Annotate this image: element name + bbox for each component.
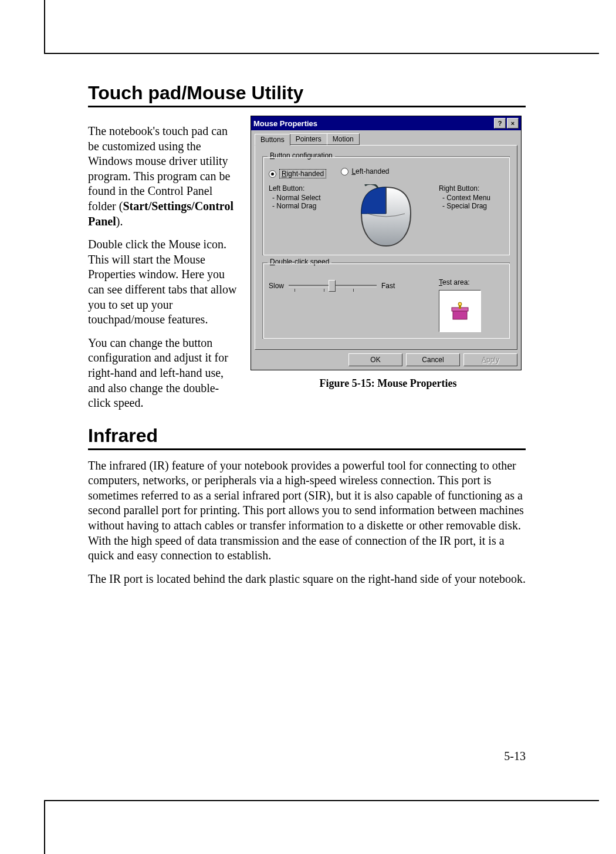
radio-dot-selected-icon — [269, 170, 276, 178]
radio-right-accel: R — [282, 170, 287, 178]
right-button-hdr: Right Button: — [439, 184, 503, 193]
apply-rest: pply — [486, 356, 499, 364]
radio-left-label: Left-handed — [351, 167, 389, 175]
radio-left-handed[interactable]: Left-handed — [341, 167, 389, 175]
crop-mark-top-h — [44, 53, 599, 54]
group-double-click-speed: Double-click speed Slow — [262, 262, 510, 339]
left-button-item-2: - Normal Drag — [272, 202, 333, 210]
dialog-button-row: OK Cancel Apply — [251, 353, 517, 366]
dialog-title: Mouse Properties — [253, 119, 317, 128]
slider-label-fast: Fast — [381, 282, 395, 290]
mouse-icon — [351, 184, 421, 249]
ok-button[interactable]: OK — [348, 353, 402, 366]
crop-mark-bottom-h — [44, 800, 599, 801]
test-area: Test area: — [439, 278, 503, 332]
slider-thumb[interactable] — [329, 280, 336, 292]
figure-caption: Figure 5-15: Mouse Properties — [251, 377, 526, 390]
group-label-button-config: Button configuration — [268, 151, 335, 160]
test-area-box[interactable] — [439, 290, 481, 332]
page-number: 5-13 — [504, 750, 526, 763]
mouse-properties-dialog: Mouse Properties ? × Buttons Pointers Mo… — [251, 116, 522, 370]
slider-track[interactable] — [289, 278, 377, 293]
tab-buttons[interactable]: Buttons — [255, 134, 290, 146]
test-area-label: Test area: — [439, 278, 503, 286]
radio-right-label: Right-handed — [279, 169, 326, 178]
touchpad-p1-c: ). — [116, 215, 123, 228]
apply-accel: A — [482, 356, 486, 364]
left-button-item-1: - Normal Select — [272, 194, 333, 202]
touchpad-para-1: The notebook's touch pad can be customiz… — [88, 124, 238, 229]
group-label-rest: utton configuration — [275, 151, 333, 160]
infrared-para-2: The IR port is located behind the dark p… — [88, 572, 526, 587]
svg-point-4 — [458, 302, 462, 306]
dialog-titlebar[interactable]: Mouse Properties ? × — [251, 116, 521, 130]
crop-mark-top-v — [44, 0, 45, 54]
touchpad-para-3: You can change the button configuration … — [88, 336, 238, 411]
crop-mark-bottom-v — [44, 800, 45, 854]
tab-motion[interactable]: Motion — [327, 133, 360, 145]
group-speed-accel: D — [270, 258, 275, 266]
right-button-description: Right Button: - Context Menu - Special D… — [439, 184, 503, 210]
jack-in-box-icon — [448, 299, 472, 323]
left-button-description: Left Button: - Normal Select - Normal Dr… — [269, 184, 333, 210]
tab-strip: Buttons Pointers Motion — [255, 133, 517, 145]
apply-button: Apply — [463, 353, 517, 366]
radio-dot-unselected-icon — [341, 168, 348, 175]
help-icon: ? — [498, 120, 502, 127]
heading-infrared: Infrared — [88, 425, 526, 450]
group-button-configuration: Button configuration Right-handed Left-h… — [262, 156, 510, 255]
infrared-para-1: The infrared (IR) feature of your notebo… — [88, 458, 526, 563]
touchpad-para-2: Double click the Mouse icon. This will s… — [88, 237, 238, 328]
group-speed-rest: ouble-click speed — [275, 258, 330, 266]
mouse-illustration — [345, 184, 427, 249]
cancel-button[interactable]: Cancel — [406, 353, 460, 366]
radio-right-handed[interactable]: Right-handed — [269, 169, 326, 178]
left-button-hdr: Left Button: — [269, 184, 333, 193]
test-area-rest: est area: — [442, 278, 470, 286]
heading-touchpad: Touch pad/Mouse Utility — [88, 82, 526, 107]
group-label-accel: B — [270, 151, 275, 160]
radio-left-rest: eft-handed — [356, 167, 389, 175]
double-click-speed-slider[interactable]: Slow Fast — [269, 278, 395, 293]
right-button-item-2: - Special Drag — [442, 202, 503, 210]
slider-label-slow: Slow — [269, 282, 284, 290]
radio-right-rest: ight-handed — [287, 170, 324, 178]
close-icon: × — [511, 120, 515, 127]
close-button[interactable]: × — [507, 118, 519, 129]
tab-pointers[interactable]: Pointers — [290, 133, 327, 145]
group-label-speed: Double-click speed — [268, 258, 331, 266]
right-button-item-1: - Context Menu — [442, 194, 503, 202]
help-button[interactable]: ? — [494, 118, 506, 129]
tab-panel-buttons: Button configuration Right-handed Left-h… — [255, 145, 517, 350]
